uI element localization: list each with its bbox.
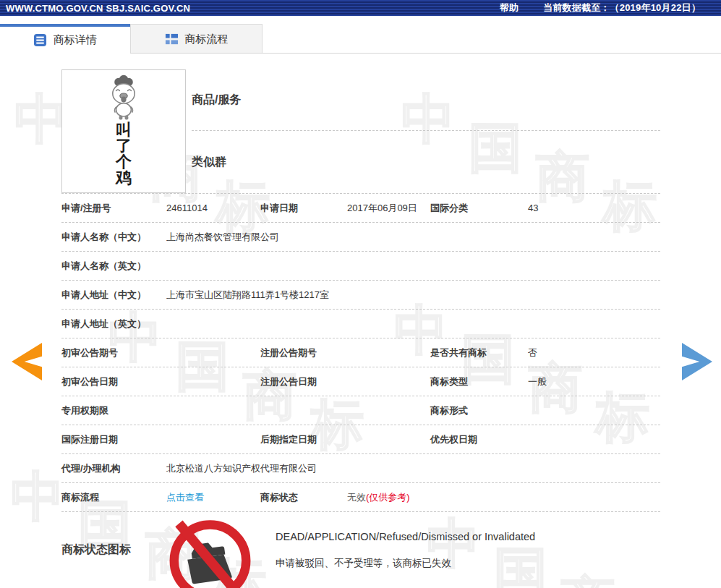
site-title: WWW.CTMO.GOV.CN SBJ.SAIC.GOV.CN xyxy=(6,3,190,14)
process-label: 商标流程 xyxy=(61,491,166,504)
status-value: 无效 xyxy=(347,492,366,503)
field-label: 初审公告期号 xyxy=(61,346,166,359)
field-label: 申请人地址（英文） xyxy=(61,318,166,331)
trademark-detail-panel: 叫 了 个 鸡 商品/服务 类似群 申请/注册号 24611014 申请日期 2… xyxy=(0,54,721,588)
field-label: 后期指定日期 xyxy=(260,433,347,446)
tab-label: 商标流程 xyxy=(185,33,229,46)
field-label: 商标类型 xyxy=(430,375,528,388)
logo-char: 鸡 xyxy=(116,170,132,186)
status-line-english: DEAD/APPLICATION/Refused/Dismissed or In… xyxy=(276,531,535,542)
field-label: 优先权日期 xyxy=(430,433,528,446)
field-label: 商标形式 xyxy=(430,404,528,417)
field-label: 初审公告日期 xyxy=(61,375,166,388)
logo-char: 了 xyxy=(116,138,132,154)
field-value: 2017年06月09日 xyxy=(347,202,430,215)
field-value: 43 xyxy=(528,203,660,213)
field-label: 国际注册日期 xyxy=(61,433,166,446)
dead-trademark-icon xyxy=(168,512,252,588)
status-label: 商标状态 xyxy=(260,491,347,504)
field-row-preliminary-gazette-no: 初审公告期号 注册公告期号 是否共有商标 否 xyxy=(61,338,660,367)
similar-group-label: 类似群 xyxy=(192,155,226,170)
field-row-application-number: 申请/注册号 24611014 申请日期 2017年06月09日 国际分类 43 xyxy=(61,194,660,223)
tab-label: 商标详情 xyxy=(54,33,97,47)
tab-trademark-details[interactable]: 商标详情 xyxy=(0,24,130,54)
data-cutoff-date: 当前数据截至：（2019年10月22日） xyxy=(543,1,701,14)
view-process-link[interactable]: 点击查看 xyxy=(166,492,204,503)
status-line-chinese: 申请被驳回、不予受理等，该商标已失效 xyxy=(276,557,535,570)
status-icon-row: 商标状态图标 DEAD/APPLICATION/Refused/Dismisse… xyxy=(61,512,660,588)
field-label: 代理/办理机构 xyxy=(61,462,166,475)
trademark-summary-section: 叫 了 个 鸡 商品/服务 类似群 xyxy=(61,69,660,194)
field-row-applicant-address-en: 申请人地址（英文） xyxy=(61,310,660,338)
status-icon-label: 商标状态图标 xyxy=(61,542,166,558)
logo-char: 叫 xyxy=(116,122,132,138)
field-value: 上海市宝山区陆翔路111弄1号楼1217室 xyxy=(166,289,660,302)
field-row-applicant-name-en: 申请人名称（英文） xyxy=(61,252,660,281)
field-row-exclusive-right-period: 专用权期限 商标形式 xyxy=(61,396,660,425)
field-label: 申请日期 xyxy=(260,202,347,215)
details-list-icon xyxy=(33,33,47,47)
help-link[interactable]: 帮助 xyxy=(500,1,519,14)
field-value: 北京松道八方知识产权代理有限公司 xyxy=(166,462,660,475)
logo-char: 个 xyxy=(116,154,132,170)
field-row-international-reg-date: 国际注册日期 后期指定日期 优先权日期 xyxy=(61,425,660,454)
status-note: (仅供参考) xyxy=(366,492,410,503)
trademark-name-text: 叫 了 个 鸡 xyxy=(116,122,132,186)
chicken-logo-icon xyxy=(94,74,153,121)
field-label: 申请人名称（英文） xyxy=(61,260,166,273)
field-label: 是否共有商标 xyxy=(430,346,528,359)
field-row-agent: 代理/办理机构 北京松道八方知识产权代理有限公司 xyxy=(61,454,660,483)
field-label: 申请人名称（中文） xyxy=(61,231,166,244)
field-label: 注册公告期号 xyxy=(260,346,347,359)
field-row-applicant-address-cn: 申请人地址（中文） 上海市宝山区陆翔路111弄1号楼1217室 xyxy=(61,281,660,310)
field-row-trademark-process: 商标流程 点击查看 商标状态 无效(仅供参考) xyxy=(61,483,660,512)
field-value: 24611014 xyxy=(166,203,260,213)
field-label: 专用权期限 xyxy=(61,404,166,417)
process-list-icon xyxy=(165,33,179,46)
trademark-image: 叫 了 个 鸡 xyxy=(61,69,186,193)
goods-services-label: 商品/服务 xyxy=(192,93,241,108)
tab-trademark-process[interactable]: 商标流程 xyxy=(130,24,263,54)
top-bar: WWW.CTMO.GOV.CN SBJ.SAIC.GOV.CN 帮助 当前数据截… xyxy=(0,0,721,16)
field-row-applicant-name-cn: 申请人名称（中文） 上海尚杰餐饮管理有限公司 xyxy=(61,223,660,252)
field-label: 国际分类 xyxy=(430,202,528,215)
tab-bar: 商标详情 商标流程 xyxy=(0,24,721,54)
field-value: 一般 xyxy=(528,375,660,388)
field-row-preliminary-gazette-date: 初审公告日期 注册公告日期 商标类型 一般 xyxy=(61,367,660,396)
field-value: 否 xyxy=(528,346,660,359)
field-value: 上海尚杰餐饮管理有限公司 xyxy=(166,231,660,244)
field-label: 注册公告日期 xyxy=(260,375,347,388)
field-label: 申请人地址（中文） xyxy=(61,289,166,302)
field-label: 申请/注册号 xyxy=(61,202,166,215)
